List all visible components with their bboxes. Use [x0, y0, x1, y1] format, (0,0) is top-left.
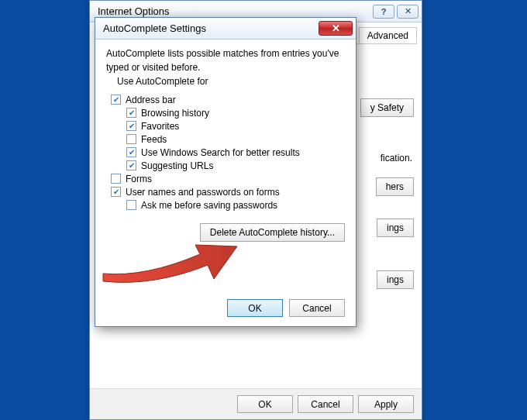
publishers-button-partial[interactable]: hers [376, 177, 414, 196]
checkbox-icon [126, 108, 136, 118]
checkbox-label: Ask me before saving passwords [141, 200, 277, 211]
checkbox-label: Favorites [141, 121, 179, 132]
checkbox-label: Forms [126, 174, 152, 184]
autocomplete-settings-window: AutoComplete Settings ✕ AutoComplete lis… [95, 17, 356, 327]
use-autocomplete-label: Use AutoComplete for [117, 75, 345, 88]
checkbox-icon [126, 134, 136, 144]
checkbox-windows-search[interactable]: Use Windows Search for better results [126, 147, 345, 158]
child-cancel-button[interactable]: Cancel [289, 299, 345, 317]
checkbox-address-bar[interactable]: Address bar [111, 95, 345, 105]
close-icon: ✕ [332, 22, 340, 34]
checkbox-browsing-history[interactable]: Browsing history [126, 108, 345, 119]
checkbox-icon [111, 95, 121, 105]
child-title: AutoComplete Settings [103, 22, 319, 34]
family-safety-button-partial[interactable]: y Safety [360, 98, 414, 117]
description-line-2: typed or visited before. [106, 61, 345, 74]
parent-close-button[interactable]: ✕ [397, 5, 418, 19]
checkbox-label: Browsing history [141, 108, 209, 119]
checkbox-icon [111, 174, 121, 184]
certification-text-partial: fication. [381, 153, 412, 164]
settings-button-partial-1[interactable]: ings [377, 219, 414, 237]
checkbox-forms[interactable]: Forms [111, 174, 345, 184]
checkbox-icon [126, 147, 136, 157]
help-button[interactable]: ? [373, 5, 394, 19]
tab-advanced[interactable]: Advanced [359, 27, 417, 43]
parent-apply-button[interactable]: Apply [358, 395, 414, 413]
checkbox-label: Suggesting URLs [141, 160, 213, 171]
checkbox-favorites[interactable]: Favorites [126, 121, 345, 132]
checkbox-icon [126, 121, 136, 131]
description-line-1: AutoComplete lists possible matches from… [106, 47, 345, 60]
checkbox-ask-before-saving[interactable]: Ask me before saving passwords [126, 200, 345, 211]
delete-autocomplete-history-button[interactable]: Delete AutoComplete history... [200, 223, 345, 242]
checkbox-label: Address bar [126, 95, 176, 105]
checkbox-label: Use Windows Search for better results [141, 147, 300, 158]
child-close-button[interactable]: ✕ [319, 21, 353, 36]
checkbox-icon [126, 160, 136, 170]
checkbox-suggesting-urls[interactable]: Suggesting URLs [126, 160, 345, 171]
parent-title: Internet Options [98, 5, 370, 17]
checkbox-icon [111, 187, 121, 197]
child-action-row: OK Cancel [227, 299, 345, 317]
settings-button-partial-2[interactable]: ings [377, 270, 414, 289]
child-titlebar: AutoComplete Settings ✕ [95, 18, 356, 40]
child-body: AutoComplete lists possible matches from… [95, 40, 356, 326]
child-ok-button[interactable]: OK [227, 299, 283, 317]
parent-ok-button[interactable]: OK [237, 395, 293, 413]
checkbox-usernames-passwords[interactable]: User names and passwords on forms [111, 187, 345, 198]
checkbox-label: Feeds [141, 134, 167, 145]
checkbox-feeds[interactable]: Feeds [126, 134, 345, 145]
parent-cancel-button[interactable]: Cancel [298, 395, 353, 413]
checkbox-icon [126, 200, 136, 210]
checkbox-label: User names and passwords on forms [126, 187, 280, 198]
parent-button-row: OK Cancel Apply [90, 388, 422, 419]
